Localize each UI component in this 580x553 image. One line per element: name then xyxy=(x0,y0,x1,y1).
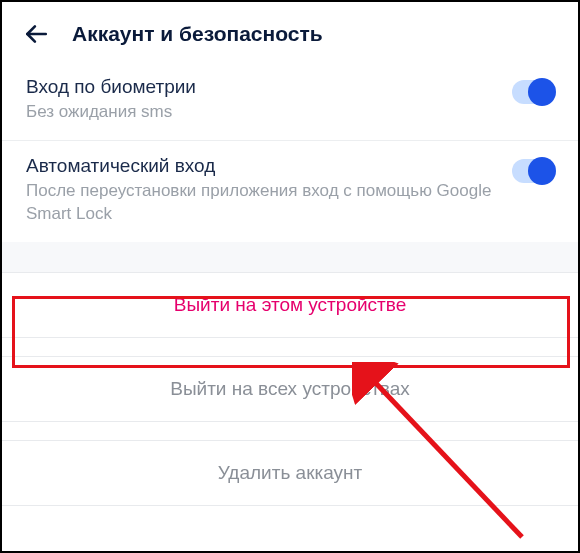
signout-all-devices-button[interactable]: Выйти на всех устройствах xyxy=(2,356,578,422)
signout-this-device-button[interactable]: Выйти на этом устройстве xyxy=(2,272,578,338)
delete-account-label: Удалить аккаунт xyxy=(218,462,362,484)
setting-biometrics: Вход по биометрии Без ожидания sms xyxy=(2,62,578,141)
section-divider xyxy=(2,242,578,272)
signout-this-label: Выйти на этом устройстве xyxy=(174,294,406,316)
biometrics-title: Вход по биометрии xyxy=(26,76,512,98)
autologin-desc: После переустановки приложения вход с по… xyxy=(26,180,512,226)
delete-account-button[interactable]: Удалить аккаунт xyxy=(2,440,578,506)
toggle-knob-icon xyxy=(528,78,556,106)
setting-autologin: Автоматический вход После переустановки … xyxy=(2,141,578,242)
autologin-toggle[interactable] xyxy=(512,159,554,183)
back-arrow-icon[interactable] xyxy=(22,20,50,48)
biometrics-desc: Без ожидания sms xyxy=(26,101,512,124)
toggle-knob-icon xyxy=(528,157,556,185)
page-title: Аккаунт и безопасность xyxy=(72,22,323,46)
signout-all-label: Выйти на всех устройствах xyxy=(170,378,410,400)
autologin-title: Автоматический вход xyxy=(26,155,512,177)
biometrics-toggle[interactable] xyxy=(512,80,554,104)
